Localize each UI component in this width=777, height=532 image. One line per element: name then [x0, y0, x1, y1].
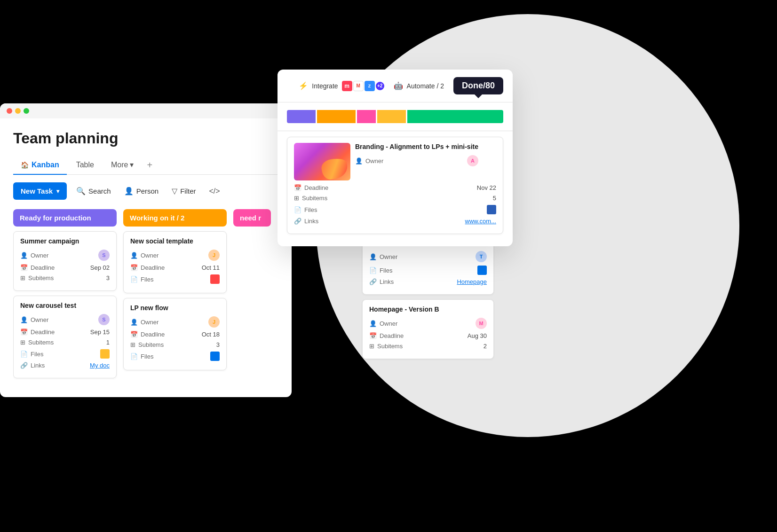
- card-row-deadline: 📅 Deadline Nov 22: [294, 184, 496, 191]
- avatar: S: [98, 250, 110, 261]
- progress-segment-purple: [287, 110, 316, 123]
- calendar-icon: 📅: [369, 332, 377, 339]
- search-icon: 🔍: [76, 187, 86, 196]
- card-row-subitems: ⊞ Subitems 1: [20, 339, 110, 346]
- close-dot[interactable]: [7, 108, 12, 114]
- panel-branding-card[interactable]: Branding - Alignment to LPs + mini-site …: [287, 137, 503, 234]
- toolbar: New Task ▾ 🔍 Search 👤 Person ▽ Filter </…: [13, 182, 278, 200]
- new-task-button[interactable]: New Task ▾: [13, 182, 67, 200]
- card-row-files: 📄 Files: [294, 205, 496, 214]
- automate-button[interactable]: 🤖 Automate / 2: [394, 81, 444, 90]
- link-icon: 🔗: [294, 218, 301, 225]
- code-icon: </>: [209, 187, 220, 196]
- card-row-files: 📄 Files: [130, 274, 220, 284]
- progress-bar: [287, 110, 503, 123]
- subitems-icon: ⊞: [369, 343, 374, 350]
- calendar-icon: 📅: [130, 331, 138, 338]
- owner-icon: 👤: [369, 320, 377, 327]
- minimize-dot[interactable]: [15, 108, 21, 114]
- chevron-down-icon: ▾: [56, 188, 59, 195]
- monday-icon: m: [342, 81, 352, 91]
- card-row-files: 📄 Files: [369, 266, 487, 275]
- calendar-icon: 📅: [130, 264, 138, 271]
- filter-button[interactable]: ▽ Filter: [168, 184, 199, 198]
- column-header-need: need r: [233, 209, 271, 227]
- files-icon: 📄: [294, 206, 301, 213]
- panel-header: ⚡ Integrate m M Z +2 🤖 Automate / 2 Done…: [278, 70, 513, 102]
- card-row-deadline: 📅 Deadline Aug 30: [369, 332, 487, 339]
- card-social-template[interactable]: New social template 👤 Owner J 📅 Deadline: [123, 231, 227, 293]
- zoom-icon: Z: [365, 81, 375, 91]
- avatar: J: [208, 316, 220, 328]
- owner-icon: 👤: [355, 157, 363, 164]
- card-summer-campaign[interactable]: Summer campaign 👤 Owner S 📅 Deadline: [13, 231, 117, 291]
- search-button[interactable]: 🔍 Search: [72, 184, 115, 198]
- card-row-deadline: 📅 Deadline Sep 02: [20, 264, 110, 271]
- tab-kanban[interactable]: 🏠 Kanban: [13, 156, 67, 175]
- card-row-deadline: 📅 Deadline Oct 18: [130, 331, 220, 338]
- files-icon: 📄: [369, 267, 377, 274]
- person-button[interactable]: 👤 Person: [120, 184, 163, 198]
- card-row-deadline: 📅 Deadline Sep 15: [20, 329, 110, 336]
- subitems-icon: ⊞: [294, 195, 299, 202]
- card-row-owner: 👤 Owner S: [20, 314, 110, 325]
- calendar-icon: 📅: [20, 264, 28, 271]
- tab-bar: 🏠 Kanban Table More ▾ +: [13, 156, 278, 175]
- progress-bar-container: [278, 102, 513, 131]
- card-row-files: 📄 Files: [20, 349, 110, 359]
- shoe-decoration: [320, 157, 349, 180]
- column-header-working: Working on it / 2: [123, 209, 227, 227]
- card-row-owner: 👤 Owner J: [130, 316, 220, 328]
- tab-more[interactable]: More ▾: [103, 156, 141, 175]
- page-title: Team planning: [13, 130, 278, 147]
- add-tab-button[interactable]: +: [143, 158, 156, 172]
- files-icon: 📄: [130, 353, 138, 360]
- card-row-deadline: 📅 Deadline Oct 11: [130, 264, 220, 271]
- link-icon: 🔗: [369, 278, 377, 285]
- card-carousel-test[interactable]: New carousel test 👤 Owner S 📅 Deadline: [13, 296, 117, 378]
- card-row-owner: 👤 Owner M: [369, 318, 487, 329]
- progress-segment-yellow: [377, 110, 406, 123]
- app-window: Team planning 🏠 Kanban Table More ▾ + Ne…: [0, 103, 292, 397]
- owner-icon: 👤: [130, 319, 138, 326]
- card-row-subitems: ⊞ Subitems 3: [20, 274, 110, 282]
- avatar: A: [467, 155, 478, 166]
- owner-icon: 👤: [130, 252, 138, 259]
- progress-segment-orange: [317, 110, 355, 123]
- stats-panel: ⚡ Integrate m M Z +2 🤖 Automate / 2 Done…: [278, 70, 513, 246]
- file-attachment-icon: [100, 349, 110, 359]
- kanban-board: Ready for production Summer campaign 👤 O…: [13, 209, 278, 388]
- owner-icon: 👤: [20, 252, 28, 259]
- column-need-partial: need r: [233, 209, 271, 383]
- card-row-owner: 👤 Owner T: [369, 251, 487, 262]
- card-row-subitems: ⊞ Subitems 5: [294, 195, 496, 202]
- avatar: J: [208, 250, 220, 261]
- done-badge: Done/80: [453, 77, 503, 94]
- link-icon: 🔗: [20, 362, 28, 369]
- card-row-links: 🔗 Links www.com...: [294, 218, 496, 225]
- gmail-icon: M: [353, 81, 364, 91]
- file-attachment-icon: [477, 266, 487, 275]
- home-icon: 🏠: [21, 161, 29, 169]
- avatar: T: [476, 251, 487, 262]
- calendar-icon: 📅: [294, 184, 301, 191]
- subitems-icon: ⊞: [130, 341, 135, 348]
- integration-icons: m M Z +2: [342, 81, 384, 91]
- card-row-subitems: ⊞ Subitems 2: [369, 343, 487, 350]
- code-button[interactable]: </>: [206, 184, 224, 198]
- column-working: Working on it / 2 New social template 👤 …: [123, 209, 227, 383]
- integrate-button[interactable]: ⚡ Integrate m M Z +2: [299, 81, 384, 91]
- owner-icon: 👤: [20, 316, 28, 323]
- card-homepage-b[interactable]: Homepage - Version B 👤 Owner M 📅 Deadlin…: [362, 299, 494, 359]
- card-row-subitems: ⊞ Subitems 3: [130, 341, 220, 348]
- card-row-owner: 👤 Owner A: [355, 155, 478, 166]
- card-lp-new-flow[interactable]: LP new flow 👤 Owner J 📅 Deadline: [123, 298, 227, 370]
- card-row-owner: 👤 Owner J: [130, 250, 220, 261]
- card-row-links: 🔗 Links Homepage: [369, 278, 487, 285]
- maximize-dot[interactable]: [24, 108, 29, 114]
- tab-table[interactable]: Table: [69, 156, 102, 175]
- plus-integrations-icon: +2: [376, 82, 384, 90]
- calendar-icon: 📅: [20, 329, 28, 336]
- chevron-down-icon: ▾: [130, 160, 134, 169]
- avatar: S: [98, 314, 110, 325]
